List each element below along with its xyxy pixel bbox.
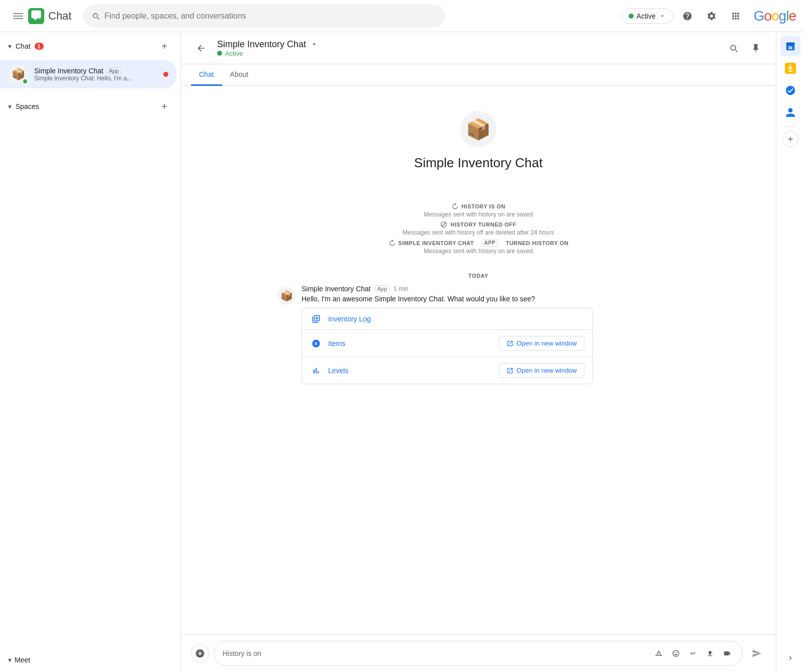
- rail-contacts-button[interactable]: [780, 102, 800, 123]
- message-input-box[interactable]: History is on: [214, 641, 743, 666]
- message-meta: Simple Inventory Chat App 1 min: [301, 285, 679, 293]
- search-input[interactable]: [105, 12, 438, 21]
- chat-input-area: History is on: [181, 634, 776, 672]
- app-logo: Chat: [28, 8, 71, 24]
- menu-icon[interactable]: [8, 6, 28, 26]
- items-open-btn[interactable]: Open in new window: [499, 336, 584, 351]
- help-icon-button[interactable]: [677, 6, 697, 26]
- message-text: Hello, I'm an awesome Simple Inventory C…: [301, 295, 679, 303]
- send-icon: [752, 648, 762, 658]
- chat-logo-svg: [28, 8, 44, 24]
- header-status-dot: [217, 51, 222, 56]
- items-open-label: Open in new window: [517, 340, 577, 347]
- tab-about[interactable]: About: [222, 64, 257, 86]
- emoji-icon: [672, 649, 680, 657]
- chat-item-avatar: 📦: [8, 64, 28, 84]
- chat-item-unread-dot: [163, 72, 168, 77]
- search-chat-button[interactable]: [724, 38, 744, 58]
- right-rail: 31 31: [776, 32, 804, 672]
- search-chat-icon: [729, 43, 739, 53]
- format-text-icon: [655, 649, 663, 657]
- open-new-window-icon-items: [507, 340, 514, 347]
- rail-check-button[interactable]: [780, 80, 800, 100]
- svg-text:31: 31: [788, 46, 792, 49]
- inventory-log-label[interactable]: Inventory Log: [328, 315, 584, 323]
- back-button[interactable]: [191, 38, 211, 58]
- history-off-sub-text: Messages sent with history off are delet…: [403, 229, 554, 236]
- rail-calendar-button[interactable]: 31 31: [780, 36, 800, 56]
- chat-avatar-active-dot: [22, 78, 28, 84]
- chat-section-label: Chat: [16, 42, 31, 50]
- history-on2-icon: [388, 240, 395, 247]
- spaces-section-header[interactable]: ▾ Spaces +: [0, 92, 180, 121]
- items-icon: [310, 339, 322, 348]
- open-new-window-icon-levels: [507, 367, 514, 374]
- add-attachment-button[interactable]: [191, 644, 209, 662]
- chat-item-info: Simple Inventory Chat App Simple Invento…: [34, 67, 157, 82]
- history-off-icon: [440, 221, 447, 228]
- search-icon: [91, 12, 100, 21]
- format-text-button[interactable]: [652, 646, 666, 660]
- search-bar[interactable]: [83, 5, 445, 28]
- back-icon: [196, 43, 206, 53]
- message-sender: Simple Inventory Chat: [301, 285, 371, 293]
- chat-section-title: ▾ Chat 1: [8, 42, 44, 50]
- tasks-icon: [785, 63, 796, 74]
- message-row: 📦 Simple Inventory Chat App 1 min Hello,…: [277, 285, 679, 384]
- apps-icon-button[interactable]: [726, 6, 746, 26]
- gif-button[interactable]: [686, 646, 700, 660]
- svg-rect-0: [13, 13, 23, 14]
- items-label[interactable]: Items: [328, 340, 499, 348]
- tab-chat[interactable]: Chat: [191, 64, 222, 86]
- history-on-notice: HISTORY IS ON Messages sent with history…: [424, 203, 533, 218]
- pin-icon: [751, 43, 761, 53]
- add-space-button[interactable]: +: [156, 98, 172, 115]
- status-button[interactable]: Active: [621, 9, 673, 24]
- upload-icon: [706, 649, 714, 657]
- chat-item-name-text: Simple Inventory Chat: [34, 67, 104, 75]
- upload-button[interactable]: [703, 646, 717, 660]
- emoji-button[interactable]: [669, 646, 683, 660]
- meet-section-title: ▾ Meet: [8, 656, 172, 664]
- chat-item-preview: Simple Inventory Chat: Hello, I'm a...: [34, 75, 157, 82]
- svg-rect-1: [13, 16, 23, 17]
- inventory-log-icon: [310, 314, 322, 323]
- status-label: Active: [637, 12, 656, 20]
- card-row-items: Items Open in new window: [302, 330, 592, 357]
- input-placeholder: History is on: [223, 649, 261, 657]
- levels-label[interactable]: Levels: [328, 367, 499, 375]
- history-on2-notice: SIMPLE INVENTORY CHAT APP TURNED HISTORY…: [388, 239, 569, 255]
- history-off-title: HISTORY TURNED OFF: [440, 221, 516, 228]
- history-on-label-text: HISTORY IS ON: [461, 203, 506, 209]
- rail-add-button[interactable]: [782, 131, 798, 147]
- chat-item-simple-inventory[interactable]: 📦 Simple Inventory Chat App Simple Inven…: [0, 60, 176, 88]
- send-button[interactable]: [748, 644, 766, 662]
- bot-name-large: Simple Inventory Chat: [414, 155, 543, 171]
- bot-intro: 📦 Simple Inventory Chat: [414, 111, 543, 183]
- add-chat-button[interactable]: +: [156, 38, 172, 54]
- settings-icon-button[interactable]: [701, 6, 722, 26]
- video-button[interactable]: [720, 646, 734, 660]
- history-on2-app-badge: APP: [482, 239, 498, 247]
- rail-expand-button[interactable]: [780, 648, 800, 668]
- check-icon: [785, 85, 796, 96]
- meet-section-label: Meet: [15, 656, 30, 664]
- chat-chevron-icon: ▾: [8, 42, 12, 50]
- calendar-icon: 31 31: [785, 41, 796, 52]
- svg-point-16: [785, 86, 794, 95]
- pin-button[interactable]: [746, 38, 766, 58]
- chat-header-status: Active: [217, 50, 724, 57]
- chevron-right-icon: [786, 654, 794, 662]
- google-logo: Google: [754, 8, 796, 24]
- rail-tasks-button[interactable]: [780, 58, 800, 78]
- chat-header: Simple Inventory Chat Active: [181, 32, 776, 64]
- svg-rect-2: [13, 18, 23, 19]
- chat-section-header[interactable]: ▾ Chat 1 +: [0, 32, 180, 60]
- card-row-inventory-log: Inventory Log: [302, 308, 592, 330]
- history-off-label-text: HISTORY TURNED OFF: [450, 221, 516, 228]
- rail-divider: [784, 127, 796, 127]
- chat-header-actions: [724, 38, 766, 58]
- search-container: [83, 5, 445, 28]
- message-time: 1 min: [393, 285, 408, 292]
- levels-open-btn[interactable]: Open in new window: [499, 363, 584, 378]
